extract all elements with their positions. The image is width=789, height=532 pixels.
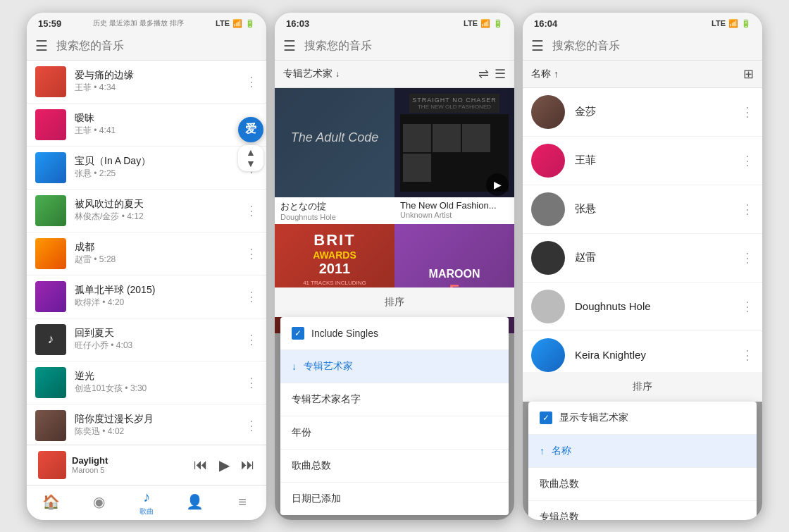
- search-input-2[interactable]: [304, 39, 506, 52]
- dropdown-item-album-artist-name[interactable]: 专辑艺术家名字: [280, 383, 509, 416]
- lte-3: LTE: [712, 19, 726, 27]
- artist-item-3[interactable]: 赵雷 ⋮: [523, 234, 762, 283]
- artist-thumb-2: [531, 192, 565, 226]
- time-3: 16:04: [534, 18, 557, 29]
- hamburger-icon-3[interactable]: ☰: [531, 37, 544, 54]
- grid-view-button-3[interactable]: ⊞: [743, 66, 754, 82]
- search-bar-3: ☰: [523, 32, 762, 61]
- song-item-2[interactable]: 宝贝（In A Day） 张悬 • 2:25 ⋮: [27, 147, 266, 190]
- song-item-3[interactable]: 被风吹过的夏天 林俊杰/金莎 • 4:12 ⋮: [27, 190, 266, 233]
- artist-name-3: 赵雷: [575, 251, 741, 264]
- more-icon-6[interactable]: ⋮: [245, 332, 258, 347]
- dropdown-overlay-3: ✓ 显示专辑艺术家 ↑ 名称 歌曲总数 专辑总数: [528, 402, 757, 520]
- dropdown-item-name[interactable]: ↑ 名称: [528, 435, 757, 468]
- song-title-6: 回到夏天: [75, 327, 245, 340]
- nav-disc-1[interactable]: ◉: [75, 493, 123, 512]
- song-info-8: 陪你度过漫长岁月 陈奕迅 • 4:02: [75, 413, 245, 438]
- disc-icon-1: ◉: [93, 493, 105, 510]
- status-icons-2: LTE 📶 🔋: [464, 19, 503, 28]
- song-item-4[interactable]: 成都 赵雷 • 5:28 ⋮: [27, 233, 266, 276]
- artist-name-5: Keira Knightley: [575, 349, 741, 361]
- dropdown-item-date-added[interactable]: 日期已添加: [280, 483, 509, 515]
- song-info-6: 回到夏天 旺仔小乔 • 4:03: [75, 327, 245, 352]
- artist-more-4[interactable]: ⋮: [741, 299, 754, 314]
- song-item-8[interactable]: 陪你度过漫长岁月 陈奕迅 • 4:02 ⋮: [27, 404, 266, 441]
- checkbox-include-singles[interactable]: ✓: [292, 327, 304, 340]
- song-item-0[interactable]: 爱与痛的边缘 王菲 • 4:34 ⋮: [27, 61, 266, 104]
- artist-name-2: 张悬: [575, 202, 741, 216]
- more-icon-7[interactable]: ⋮: [245, 375, 258, 390]
- nav-list-1[interactable]: ≡: [218, 494, 266, 512]
- dropdown-item-album-artist[interactable]: ↓ 专辑艺术家: [280, 350, 509, 383]
- artist-more-1[interactable]: ⋮: [741, 153, 754, 168]
- prev-button-1[interactable]: ⏮: [194, 457, 208, 473]
- dropdown-item-song-count[interactable]: 歌曲总数: [280, 450, 509, 483]
- album-name-0: おとなの掟: [280, 200, 389, 213]
- section-title-label-2: 专辑艺术家: [283, 68, 333, 80]
- artists-list: 金莎 ⋮ 王菲 ⋮ 张悬 ⋮ 赵雷 ⋮: [523, 88, 762, 380]
- dropdown-item-song-count-3[interactable]: 歌曲总数: [528, 468, 757, 501]
- artist-item-1[interactable]: 王菲 ⋮: [523, 137, 762, 185]
- album-count-label: 专辑总数: [540, 511, 579, 520]
- phone-3-content: 16:04 LTE 📶 🔋 ☰ 名称 ↑ ⊞: [523, 13, 762, 520]
- song-thumb-2: [35, 152, 66, 183]
- artist-more-5[interactable]: ⋮: [741, 347, 754, 363]
- artist-more-3[interactable]: ⋮: [741, 250, 754, 266]
- search-input-1[interactable]: [56, 39, 258, 52]
- artist-name-1: 王菲: [575, 154, 741, 167]
- shuffle-button-2[interactable]: ⇌: [478, 66, 489, 82]
- album-art-0: The Adult Code: [275, 88, 394, 197]
- nav-home-1[interactable]: 🏠: [27, 493, 75, 512]
- more-icon-0[interactable]: ⋮: [245, 74, 258, 89]
- artist-item-4[interactable]: Doughnuts Hole ⋮: [523, 283, 762, 331]
- person-icon-1: 👤: [186, 493, 204, 510]
- album-card-1[interactable]: STRAIGHT NO CHASER THE NEW OLD FASHIONED: [394, 88, 514, 224]
- section-title-2[interactable]: 专辑艺术家 ↓: [283, 68, 340, 80]
- more-icon-3[interactable]: ⋮: [245, 203, 258, 218]
- song-item-5[interactable]: 孤单北半球 (2015) 欧得洋 • 4:20 ⋮: [27, 276, 266, 318]
- name-label: 名称: [552, 445, 571, 457]
- search-input-3[interactable]: [552, 39, 754, 52]
- status-bar-1: 15:59 历史 最近添加 最多播放 排序 LTE 📶 🔋: [27, 13, 266, 32]
- album-info-0: おとなの掟 Doughnuts Hole: [275, 197, 394, 224]
- signal-icon-2: 📶: [480, 19, 490, 28]
- sort-label-3: 排序: [633, 381, 652, 392]
- song-title-0: 爱与痛的边缘: [75, 69, 245, 82]
- album-artist-label: 专辑艺术家: [304, 360, 353, 373]
- dropdown-item-album-count[interactable]: 专辑总数: [528, 501, 757, 520]
- song-info-7: 逆光 创造101女孩 • 3:30: [75, 370, 245, 395]
- more-icon-4[interactable]: ⋮: [245, 246, 258, 261]
- next-button-1[interactable]: ⏭: [241, 457, 255, 473]
- player-controls-1: ⏮ ▶ ⏭: [194, 457, 255, 474]
- song-item-6[interactable]: ♪ 回到夏天 旺仔小乔 • 4:03 ⋮: [27, 318, 266, 361]
- list-view-button-2[interactable]: ☰: [495, 66, 506, 82]
- play-button-1[interactable]: ▶: [219, 457, 230, 474]
- dropdown-overlay-2: ✓ Include Singles ↓ 专辑艺术家 专辑艺术家名字 年份: [280, 317, 509, 515]
- dropdown-item-year[interactable]: 年份: [280, 416, 509, 450]
- lte-2: LTE: [464, 19, 478, 27]
- artist-item-0[interactable]: 金莎 ⋮: [523, 88, 762, 137]
- dropdown-3: 排序 ✓ 显示专辑艺术家 ↑ 名称 歌曲总数: [523, 372, 762, 520]
- nav-music-1[interactable]: ♪ 歌曲: [123, 489, 170, 516]
- more-icon-8[interactable]: ⋮: [245, 418, 258, 433]
- artist-item-2[interactable]: 张悬 ⋮: [523, 185, 762, 234]
- battery-icon-3: 🔋: [741, 19, 751, 28]
- hamburger-icon-1[interactable]: ☰: [35, 37, 48, 54]
- hamburger-icon-2[interactable]: ☰: [283, 37, 296, 54]
- dropdown-item-include-singles[interactable]: ✓ Include Singles: [280, 317, 509, 350]
- artist-name-0: 金莎: [575, 105, 741, 118]
- nav-person-1[interactable]: 👤: [170, 493, 218, 512]
- checkbox-show-album-artist[interactable]: ✓: [540, 412, 552, 424]
- song-item-7[interactable]: 逆光 创造101女孩 • 3:30 ⋮: [27, 361, 266, 404]
- album-card-0[interactable]: The Adult Code おとなの掟 Doughnuts Hole: [275, 88, 394, 224]
- player-artist-1: Maroon 5: [72, 466, 188, 474]
- dropdown-item-show-album-artist[interactable]: ✓ 显示专辑艺术家: [528, 402, 757, 435]
- more-icon-5[interactable]: ⋮: [245, 289, 258, 304]
- artist-more-2[interactable]: ⋮: [741, 202, 754, 217]
- artist-more-0[interactable]: ⋮: [741, 104, 754, 120]
- song-item-1[interactable]: 暧昧 王菲 • 4:41 ⋮: [27, 104, 266, 147]
- player-info-1: Daylight Maroon 5: [72, 455, 188, 474]
- song-thumb-4: [35, 238, 66, 269]
- album-name-1: The New Old Fashion...: [400, 200, 509, 211]
- section-title-3[interactable]: 名称 ↑: [531, 68, 559, 80]
